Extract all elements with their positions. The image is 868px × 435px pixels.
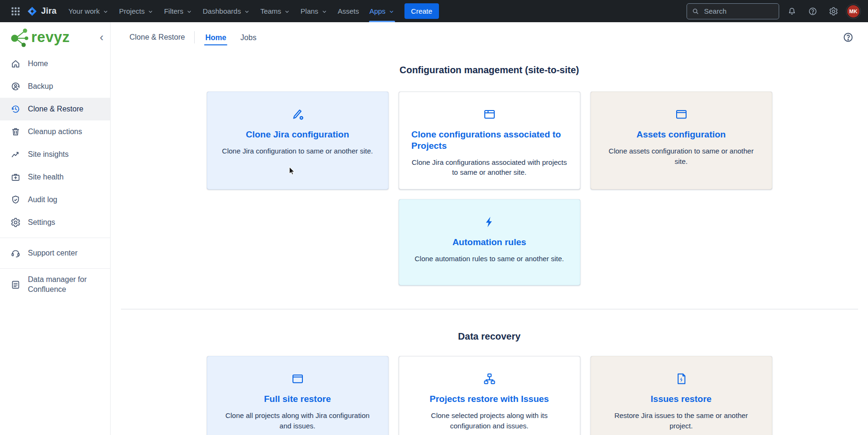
app-switcher-button[interactable]: [8, 3, 24, 19]
nav-projects[interactable]: Projects: [114, 0, 159, 22]
card-assets-configuration[interactable]: Assets configuration Clone assets config…: [591, 92, 772, 189]
chevron-down-icon: [186, 9, 192, 15]
settings-button[interactable]: [825, 3, 842, 19]
nav-apps[interactable]: Apps: [364, 0, 400, 22]
lightning-icon: [412, 215, 567, 229]
card-title[interactable]: Clone configurations associated to Proje…: [412, 129, 567, 152]
card-description: Clone Jira configuration to same or anot…: [220, 146, 376, 156]
home-icon: [10, 59, 21, 69]
top-navigation: Your work Projects Filters Dashboards Te…: [63, 0, 400, 22]
notifications-button[interactable]: [784, 3, 800, 19]
card-title[interactable]: Automation rules: [412, 237, 567, 248]
chevron-down-icon: [103, 9, 109, 15]
card-clone-configurations-projects[interactable]: Clone configurations associated to Proje…: [399, 92, 580, 189]
card-full-site-restore[interactable]: Full site restore Clone all projects alo…: [207, 356, 388, 435]
sidebar-item-data-manager-confluence[interactable]: Data manager for Confluence: [0, 273, 102, 297]
browser-window-icon: [412, 107, 567, 121]
brand-name: revyz: [31, 29, 70, 46]
configuration-card-grid: Clone Jira configuration Clone Jira conf…: [207, 92, 772, 285]
nav-plans[interactable]: Plans: [295, 0, 333, 22]
nav-assets[interactable]: Assets: [333, 0, 364, 22]
clone-restore-icon: [10, 104, 21, 114]
jira-logo[interactable]: Jira: [26, 6, 57, 17]
search-icon: [692, 8, 699, 15]
jira-mark-icon: [26, 6, 38, 17]
create-button[interactable]: Create: [404, 3, 439, 19]
section-title-data-recovery: Data recovery: [207, 331, 772, 342]
sidebar-item-settings[interactable]: Settings: [0, 211, 110, 234]
chevron-down-icon: [244, 9, 250, 15]
card-description: Clone all projects along with Jira confi…: [220, 410, 376, 431]
gear-icon: [10, 217, 21, 228]
sidebar-item-site-health[interactable]: Site health: [0, 166, 110, 188]
help-button[interactable]: [805, 3, 821, 19]
backup-icon: [10, 81, 21, 92]
product-name: Jira: [41, 6, 57, 16]
grid-icon: [11, 7, 20, 16]
card-title[interactable]: Assets configuration: [603, 129, 759, 140]
card-title[interactable]: Full site restore: [220, 393, 376, 405]
sidebar-item-audit-log[interactable]: Audit log: [0, 188, 110, 211]
sidebar-item-site-insights[interactable]: Site insights: [0, 143, 110, 166]
section-divider: [121, 309, 858, 309]
breadcrumb[interactable]: Clone & Restore: [129, 33, 185, 42]
sidebar-item-home[interactable]: Home: [0, 52, 110, 75]
headset-icon: [10, 248, 21, 258]
mouse-cursor: [287, 166, 297, 176]
chevron-down-icon: [147, 9, 154, 15]
chevron-down-icon: [321, 9, 327, 15]
chevron-down-icon: [388, 9, 395, 15]
search-box[interactable]: [687, 3, 779, 19]
document-icon: [10, 280, 21, 290]
page-header: Clone & Restore Home Jobs: [111, 22, 868, 52]
nav-dashboards[interactable]: Dashboards: [198, 0, 255, 22]
tab-home[interactable]: Home: [204, 24, 227, 51]
trash-icon: [10, 127, 21, 137]
user-avatar[interactable]: MK: [846, 4, 860, 18]
sidebar-nav: Home Backup Clone & Restore Cleanup acti…: [0, 52, 110, 297]
card-projects-restore-with-issues[interactable]: Projects restore with Issues Clone selec…: [399, 356, 580, 435]
card-title[interactable]: Projects restore with Issues: [412, 393, 567, 405]
question-circle-icon: [842, 32, 854, 43]
sidebar-divider: [0, 238, 110, 238]
card-title[interactable]: Clone Jira configuration: [220, 129, 376, 140]
insights-icon: [10, 149, 21, 160]
sidebar-item-backup[interactable]: Backup: [0, 75, 110, 98]
nav-your-work[interactable]: Your work: [63, 0, 114, 22]
nav-teams[interactable]: Teams: [255, 0, 295, 22]
section-title-configuration-management: Configuration management (site-to-site): [207, 65, 772, 76]
nav-filters[interactable]: Filters: [159, 0, 198, 22]
sidebar-item-cleanup-actions[interactable]: Cleanup actions: [0, 120, 110, 143]
search-input[interactable]: [703, 7, 774, 16]
card-automation-rules[interactable]: Automation rules Clone automation rules …: [399, 199, 580, 285]
card-description: Restore Jira issues to the same or anoth…: [603, 410, 759, 431]
revyz-brand: revyz ‹: [0, 22, 110, 52]
content-area: Configuration management (site-to-site) …: [207, 52, 772, 435]
sidebar-collapse-button[interactable]: ‹: [97, 31, 106, 44]
pencil-gear-icon: [220, 107, 376, 121]
question-circle-icon: [808, 7, 817, 16]
data-recovery-card-grid: Full site restore Clone all projects alo…: [207, 356, 772, 435]
page-help-button[interactable]: [841, 30, 856, 45]
topbar: Jira Your work Projects Filters Dashboar…: [0, 0, 868, 22]
browser-window-icon: [220, 372, 376, 386]
card-description: Clone assets configuration to same or an…: [603, 146, 759, 167]
shield-icon: [10, 195, 21, 205]
sidebar-item-clone-restore[interactable]: Clone & Restore: [0, 98, 110, 120]
sidebar-item-support-center[interactable]: Support center: [0, 242, 110, 264]
card-title[interactable]: Issues restore: [603, 393, 759, 405]
card-description: Clone selected projects along with its c…: [412, 410, 567, 431]
sidebar: revyz ‹ Home Backup Clone & Restore Cl: [0, 22, 111, 435]
tab-jobs[interactable]: Jobs: [240, 24, 258, 51]
card-issues-restore[interactable]: Issues restore Restore Jira issues to th…: [591, 356, 772, 435]
card-clone-jira-configuration[interactable]: Clone Jira configuration Clone Jira conf…: [207, 92, 388, 189]
browser-window-icon: [603, 107, 759, 121]
chevron-down-icon: [284, 9, 290, 15]
main-content: Clone & Restore Home Jobs Configuration …: [111, 0, 868, 435]
sitemap-icon: [412, 372, 567, 386]
card-description: Clone automation rules to same or anothe…: [412, 254, 567, 264]
bell-icon: [787, 7, 797, 16]
health-icon: [10, 172, 21, 182]
document-lightning-icon: [603, 372, 759, 386]
sidebar-divider: [0, 268, 110, 269]
